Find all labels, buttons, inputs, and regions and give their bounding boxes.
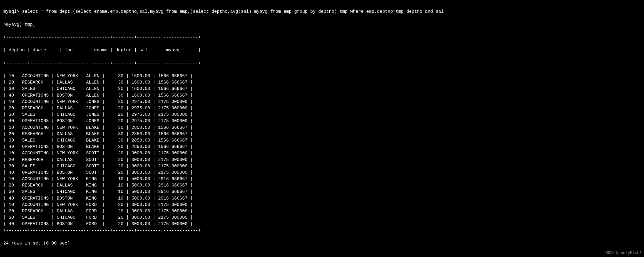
- result-footer: 24 rows in set (0.00 sec): [3, 241, 70, 246]
- table-row: | 40 | OPERATIONS | BOSTON | FORD | 20 |…: [3, 221, 193, 226]
- table-row: | 10 | ACCOUNTING | NEW YORK | KING | 10…: [3, 177, 193, 182]
- table-row: | 30 | SALES | CHICAGO | BLAKE | 30 | 28…: [3, 138, 193, 143]
- table-row: | 40 | OPERATIONS | BOSTON | KING | 10 |…: [3, 196, 193, 201]
- table-row: | 40 | OPERATIONS | BOSTON | ALLEN | 30 …: [3, 93, 193, 98]
- table-row: | 30 | SALES | CHICAGO | SCOTT | 20 | 30…: [3, 164, 193, 169]
- table-row: | 10 | ACCOUNTING | NEW YORK | JONES | 2…: [3, 99, 193, 104]
- terminal-window: mysql> select * from dept,(select ename,…: [3, 2, 641, 253]
- table-row: | 30 | SALES | CHICAGO | FORD | 20 | 300…: [3, 215, 193, 220]
- table-row: | 20 | RESEARCH | DALLAS | SCOTT | 20 | …: [3, 157, 193, 162]
- table-row: | 20 | RESEARCH | DALLAS | KING | 10 | 5…: [3, 183, 193, 188]
- table-row: | 20 | RESEARCH | DALLAS | JONES | 20 | …: [3, 106, 193, 111]
- table-body: | 10 | ACCOUNTING | NEW YORK | ALLEN | 3…: [3, 73, 641, 228]
- table-row: | 40 | OPERATIONS | BOSTON | JONES | 20 …: [3, 119, 193, 124]
- table-row: | 10 | ACCOUNTING | NEW YORK | FORD | 20…: [3, 202, 193, 207]
- command-line-1: mysql> select * from dept,(select ename,…: [3, 9, 444, 14]
- table-row: | 10 | ACCOUNTING | NEW YORK | ALLEN | 3…: [3, 74, 193, 79]
- table-row: | 40 | OPERATIONS | BOSTON | SCOTT | 20 …: [3, 170, 193, 175]
- table-row: | 30 | SALES | CHICAGO | ALLEN | 30 | 16…: [3, 86, 193, 91]
- table-row: | 20 | RESEARCH | DALLAS | ALLEN | 30 | …: [3, 80, 193, 85]
- command-line-2: >myavg) tmp;: [3, 22, 35, 27]
- table-row: | 40 | OPERATIONS | BOSTON | BLAKE | 30 …: [3, 144, 193, 149]
- table-row: | 10 | ACCOUNTING | NEW YORK | SCOTT | 2…: [3, 151, 193, 156]
- table-header: | deptno | dname | loc | ename | deptno …: [3, 48, 201, 53]
- separator-header: +--------+-----------+----------+-------…: [3, 61, 201, 66]
- table-row: | 20 | RESEARCH | DALLAS | BLAKE | 30 | …: [3, 132, 193, 137]
- table-row: | 30 | SALES | CHICAGO | JONES | 20 | 29…: [3, 112, 193, 117]
- table-row: | 30 | SALES | CHICAGO | KING | 10 | 500…: [3, 189, 193, 194]
- table-row: | 10 | ACCOUNTING | NEW YORK | BLAKE | 3…: [3, 125, 193, 130]
- table-row: | 20 | RESEARCH | DALLAS | FORD | 20 | 3…: [3, 209, 193, 214]
- separator-top: +--------+-----------+----------+-------…: [3, 35, 201, 40]
- separator-bottom: +--------+-----------+----------+-------…: [3, 228, 201, 233]
- watermark: CSDN @LuckyRich1: [602, 249, 644, 257]
